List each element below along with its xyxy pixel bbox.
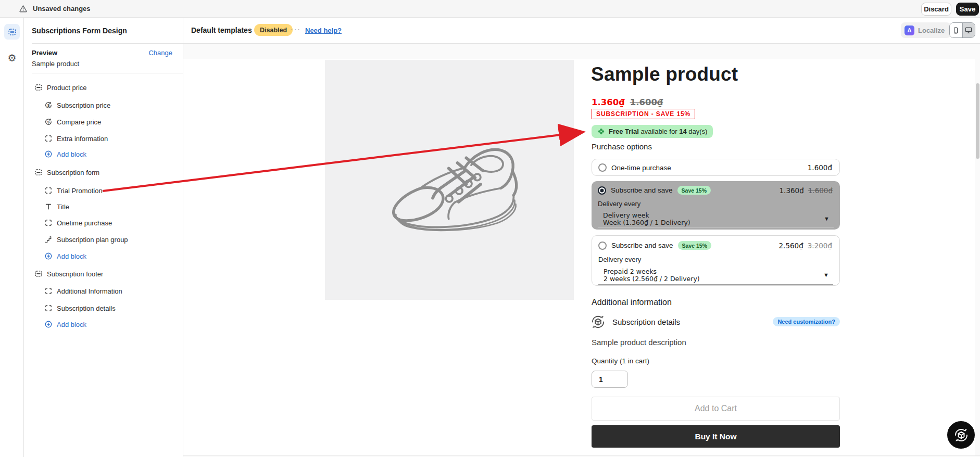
add-circle-icon [44, 320, 53, 328]
add-to-cart-button[interactable]: Add to Cart [592, 397, 840, 421]
delivery-every-label: Delivery every [598, 256, 641, 263]
option-one-time-purchase[interactable]: One-time purchase 1.600₫ [592, 159, 840, 176]
subscription-save-badge: SUBSCRIPTION - SAVE 15% [592, 109, 695, 119]
sidebar-item-compare-price[interactable]: $ Compare price [44, 117, 101, 127]
overflow-menu-button[interactable]: ··· [291, 25, 301, 33]
brackets-icon [44, 219, 53, 227]
chevron-down-icon: ▼ [824, 215, 830, 222]
product-image-block [325, 60, 574, 300]
sidebar-item-subscription-details[interactable]: Subscription details [44, 303, 116, 313]
localize-button[interactable]: A Localize [901, 22, 951, 38]
save-badge: Save 15% [678, 241, 711, 250]
gear-icon: ⚙ [7, 52, 16, 64]
delivery-frequency-select[interactable]: Prepaid 2 weeks 2 weeks (2.560₫ / 2 Deli… [598, 266, 833, 285]
add-block-product-price[interactable]: Add block [44, 149, 86, 159]
additional-information-label: Additional information [592, 298, 672, 307]
brackets-icon [44, 186, 53, 195]
localize-app-icon: A [904, 26, 914, 35]
desktop-icon [964, 26, 973, 34]
sidebar-item-subscription-form[interactable]: Subscription form [34, 167, 99, 177]
storefront-preview-card [183, 59, 975, 455]
scrollbar-thumb[interactable] [976, 83, 979, 159]
delivery-every-label: Delivery every [598, 200, 640, 208]
option-price: 1.600₫ [808, 163, 832, 172]
shoe-illustration [380, 134, 524, 233]
add-circle-icon [44, 252, 53, 260]
sidebar-item-subscription-footer[interactable]: Subscription footer [34, 269, 103, 279]
option-label: Subscribe and save [611, 242, 673, 249]
clover-icon [597, 128, 605, 135]
device-toggle [949, 22, 975, 38]
refresh-dollar-icon: $ [44, 101, 53, 109]
template-title: Default templates [191, 26, 252, 34]
unsaved-changes-bar: Unsaved changes [0, 0, 980, 18]
add-block-subscription-form[interactable]: Add block [44, 251, 86, 261]
desktop-view-button[interactable] [963, 23, 975, 37]
plan-group-icon [44, 235, 53, 244]
option-label: One-time purchase [611, 164, 671, 172]
brackets-icon [44, 287, 53, 295]
product-title: Sample product [591, 64, 738, 85]
subscription-details-row: Subscription details Need customization? [590, 313, 840, 330]
save-badge: Save 15% [677, 186, 711, 195]
sidebar-item-onetime-purchase[interactable]: Onetime purchase [44, 218, 112, 228]
need-customization-link[interactable]: Need customization? [773, 317, 840, 326]
sidebar-item-subscription-plan-group[interactable]: Subscription plan group [44, 234, 128, 245]
brackets-icon [44, 134, 53, 143]
cube-refresh-icon [590, 314, 606, 330]
quantity-input[interactable] [592, 371, 628, 388]
need-help-link[interactable]: Need help? [305, 27, 342, 34]
unsaved-changes-label: Unsaved changes [33, 5, 91, 12]
discard-button[interactable]: Discard [921, 3, 951, 16]
add-block-subscription-footer[interactable]: Add block [44, 319, 86, 329]
section-icon [34, 168, 43, 176]
sidebar-item-subscription-price[interactable]: $ Subscription price [44, 100, 110, 110]
option-subscribe-weekly[interactable]: Subscribe and save Save 15% 1.360₫ 1.600… [592, 181, 840, 230]
section-icon [8, 28, 17, 36]
mobile-view-button[interactable] [950, 23, 962, 37]
sidebar-item-trial-promotion[interactable]: Trial Promotion [44, 185, 103, 196]
sidebar-item-additional-information[interactable]: Additional Information [44, 286, 122, 296]
radio-one-time[interactable] [598, 163, 607, 172]
option-compare-price: 1.600₫ [808, 186, 833, 195]
preview-section: Preview Change Sample product [32, 44, 183, 73]
option-price: 1.360₫ [780, 186, 804, 195]
preview-label: Preview [32, 49, 57, 57]
quantity-label: Quantity (1 in cart) [592, 357, 649, 365]
product-price-row: 1.360₫ 1.600₫ [592, 97, 663, 107]
sidebar-item-extra-information[interactable]: Extra information [44, 133, 108, 144]
delivery-frequency-select[interactable]: Delivery week Week (1.360₫ / 1 Delivery)… [598, 210, 834, 228]
sections-rail-button[interactable] [4, 24, 20, 40]
radio-subscribe-weekly[interactable] [598, 186, 606, 195]
brackets-icon [44, 304, 53, 312]
section-icon [34, 83, 43, 92]
cube-refresh-icon [953, 427, 970, 443]
phone-icon [952, 27, 960, 34]
purchase-options-label: Purchase options [592, 142, 652, 151]
app-logo-button[interactable] [947, 421, 975, 449]
section-icon [34, 270, 43, 278]
sidebar-title: Subscriptions Form Design [32, 18, 183, 44]
chevron-down-icon: ▼ [823, 272, 829, 278]
option-label: Subscribe and save [611, 186, 673, 194]
compare-at-price: 1.600₫ [630, 97, 663, 107]
preview-product-name: Sample product [32, 60, 79, 68]
left-icon-rail [0, 18, 24, 457]
app-root: Unsaved changes Discard Save ⚙ Subscript… [0, 0, 980, 457]
settings-rail-button[interactable]: ⚙ [4, 50, 20, 66]
option-subscribe-prepaid[interactable]: Subscribe and save Save 15% 2.560₫ 3.200… [592, 235, 840, 286]
subscription-details-label: Subscription details [612, 318, 680, 326]
add-circle-icon [44, 150, 53, 158]
save-button[interactable]: Save [956, 3, 979, 16]
sidebar-item-product-price[interactable]: Product price [34, 82, 87, 93]
free-trial-badge: Free Trial available for 14 day(s) [592, 125, 713, 138]
sidebar-item-title[interactable]: Title [44, 201, 69, 212]
warning-icon [19, 4, 28, 13]
radio-subscribe-prepaid[interactable] [598, 242, 607, 250]
option-compare-price: 3.200₫ [808, 242, 832, 250]
free-trial-text: Free Trial available for 14 day(s) [609, 128, 707, 135]
change-preview-link[interactable]: Change [148, 49, 172, 57]
status-badge: Disabled [254, 24, 293, 36]
option-price: 2.560₫ [779, 242, 803, 250]
buy-it-now-button[interactable]: Buy It Now [592, 425, 840, 448]
